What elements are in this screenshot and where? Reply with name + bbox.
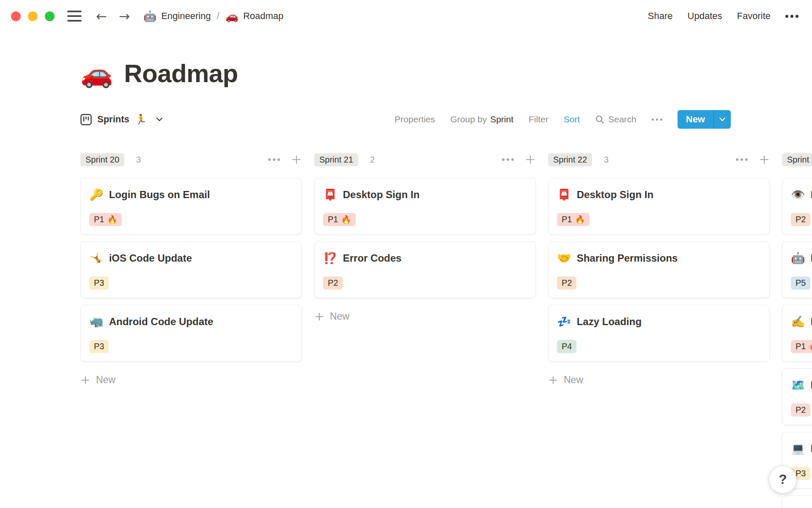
favorite-button[interactable]: Favorite xyxy=(737,11,771,22)
card-title-row: 🤸 iOS Code Update xyxy=(89,252,293,264)
car-emoji-icon: 🚗 xyxy=(225,11,239,22)
column-add-icon[interactable] xyxy=(759,154,770,165)
task-card[interactable]: 📮 Desktop Sign In P1 🔥 xyxy=(314,178,536,235)
add-card-button[interactable]: New xyxy=(80,374,302,386)
priority-badge: P3 xyxy=(89,340,109,353)
task-card[interactable]: 🦏 Android Code Update P3 xyxy=(80,305,302,362)
task-card[interactable]: 🤸 iOS Code Update P3 xyxy=(80,241,302,298)
updates-button[interactable]: Updates xyxy=(688,11,722,22)
sidebar-toggle-icon[interactable] xyxy=(67,11,82,22)
card-title-row: 📮 Desktop Sign In xyxy=(323,189,527,201)
fire-emoji-icon: 🔥 xyxy=(809,342,812,351)
column-more-icon[interactable] xyxy=(268,158,280,161)
column-add-icon[interactable] xyxy=(525,154,536,165)
column-actions xyxy=(268,154,302,165)
add-card-label: New xyxy=(96,374,115,386)
task-card[interactable]: 🤝 Sharing Permissions P2 xyxy=(548,241,770,298)
breadcrumb-label: Engineering xyxy=(161,11,211,22)
new-button-label[interactable]: New xyxy=(678,110,713,129)
card-emoji-icon: 📮 xyxy=(557,189,571,201)
priority-badge-text: P3 xyxy=(796,469,806,478)
priority-badge-text: P5 xyxy=(796,278,806,288)
view-toolbar: Sprints 🏃 Properties Group bySprint Filt… xyxy=(80,110,812,129)
notion-window: ← → 🤖 Engineering / 🚗 Roadmap Share Upda… xyxy=(0,0,812,508)
priority-badge-text: P1 xyxy=(328,215,338,224)
priority-badge-text: P3 xyxy=(94,278,104,288)
add-card-button[interactable]: New xyxy=(548,374,770,386)
task-card[interactable]: 💤 Lazy Loading P4 xyxy=(548,305,770,362)
breadcrumb-item-roadmap[interactable]: 🚗 Roadmap xyxy=(225,11,284,22)
card-emoji-icon: ⁉️ xyxy=(323,253,337,264)
sort-button[interactable]: Sort xyxy=(564,114,580,124)
close-window-button[interactable] xyxy=(11,11,21,21)
back-icon[interactable]: ← xyxy=(96,10,107,23)
new-button[interactable]: New xyxy=(678,110,731,129)
share-button[interactable]: Share xyxy=(648,11,673,22)
column-name-pill[interactable]: Sprint 20 xyxy=(80,153,124,166)
column-add-icon[interactable] xyxy=(291,154,302,165)
card-title: iOS Code Update xyxy=(109,252,192,264)
properties-button[interactable]: Properties xyxy=(395,114,435,124)
filter-button[interactable]: Filter xyxy=(529,114,549,124)
card-list: 📮 Desktop Sign In P1 🔥 ⁉️ Error Codes P2 xyxy=(314,178,536,298)
card-emoji-icon: ✍️ xyxy=(791,316,805,328)
task-card[interactable]: 📮 Desktop Sign In P1 🔥 xyxy=(548,178,770,235)
priority-badge-text: P3 xyxy=(94,342,104,351)
add-card-label: New xyxy=(564,374,583,386)
view-options-icon[interactable] xyxy=(652,119,662,121)
priority-badge: P1 🔥 xyxy=(323,213,356,226)
priority-badge-text: P1 xyxy=(796,342,806,351)
column-name-pill[interactable]: Sprint 23 xyxy=(782,153,812,166)
column-count: 2 xyxy=(370,155,375,165)
group-by-button[interactable]: Group bySprint xyxy=(450,114,513,124)
card-emoji-icon: 🗺️ xyxy=(791,380,805,391)
page-title[interactable]: Roadmap xyxy=(124,58,238,89)
priority-badge-text: P2 xyxy=(328,278,338,288)
board-column: Sprint 21 2 📮 Desktop Sign In P1 🔥 ⁉️ xyxy=(314,152,536,322)
breadcrumb-item-engineering[interactable]: 🤖 Engineering xyxy=(143,11,211,22)
forward-icon[interactable]: → xyxy=(119,10,130,23)
column-header: Sprint 23 xyxy=(782,152,812,167)
new-button-chevron-icon[interactable] xyxy=(714,110,731,129)
card-title: Lazy Loading xyxy=(577,316,642,328)
task-card[interactable]: 🤖 I P5 xyxy=(782,241,812,298)
help-button[interactable]: ? xyxy=(769,466,796,493)
column-count: 3 xyxy=(604,155,609,165)
column-more-icon[interactable] xyxy=(736,158,748,161)
window-controls xyxy=(11,11,55,21)
priority-badge: P4 xyxy=(557,340,576,353)
task-card[interactable] xyxy=(782,495,812,508)
tab-sprints-view[interactable]: Sprints 🏃 xyxy=(80,114,164,125)
more-options-icon[interactable] xyxy=(785,15,798,18)
column-more-icon[interactable] xyxy=(502,158,514,161)
minimize-window-button[interactable] xyxy=(28,11,38,21)
card-title: Android Code Update xyxy=(109,316,214,328)
zoom-window-button[interactable] xyxy=(45,11,55,21)
runner-emoji-icon: 🏃 xyxy=(135,115,147,124)
page-icon-car-emoji[interactable]: 🚗 xyxy=(80,61,113,87)
column-name-pill[interactable]: Sprint 21 xyxy=(314,153,358,166)
card-title: Login Bugs on Email xyxy=(109,189,210,201)
card-emoji-icon: 👁️ xyxy=(791,189,805,201)
task-card[interactable]: ⁉️ Error Codes P2 xyxy=(314,241,536,298)
task-card[interactable]: 👁️ M P2 xyxy=(782,178,812,235)
column-name-pill[interactable]: Sprint 22 xyxy=(548,153,592,166)
group-by-prefix: Group by xyxy=(450,114,487,124)
board-column: Sprint 20 3 🔑 Login Bugs on Email P1 🔥 🤸 xyxy=(80,152,302,386)
search-button[interactable]: Search xyxy=(595,114,636,124)
column-header: Sprint 20 3 xyxy=(80,152,302,167)
priority-badge-text: P2 xyxy=(796,405,806,415)
card-title-row: 🗺️ R xyxy=(791,379,812,391)
add-card-label: New xyxy=(330,311,349,322)
task-card[interactable]: 🗺️ R P2 xyxy=(782,368,812,425)
task-card[interactable]: ✍️ R P1 🔥 xyxy=(782,305,812,362)
search-label: Search xyxy=(608,114,636,124)
task-card[interactable]: 🔑 Login Bugs on Email P1 🔥 xyxy=(80,178,302,235)
board-view-icon xyxy=(80,114,92,125)
card-emoji-icon: 🦏 xyxy=(89,316,104,328)
add-card-button[interactable]: New xyxy=(314,311,536,322)
robot-emoji-icon: 🤖 xyxy=(143,11,156,22)
card-title-row: 🤖 I xyxy=(791,252,812,264)
priority-badge: P5 xyxy=(791,276,810,290)
card-list: 📮 Desktop Sign In P1 🔥 🤝 Sharing Permiss… xyxy=(548,178,770,362)
